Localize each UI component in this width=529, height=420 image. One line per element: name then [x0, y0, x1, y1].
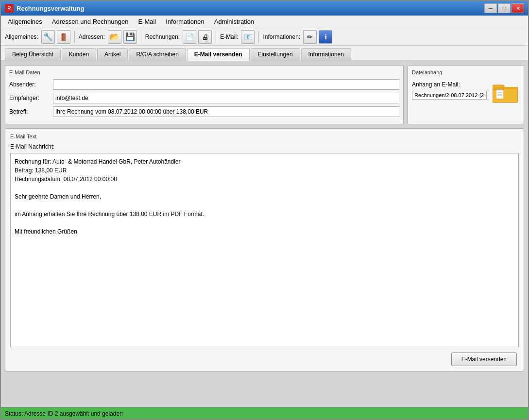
- toolbar-rechnungen-label: Rechnungen:: [145, 34, 180, 40]
- close-button[interactable]: ✕: [512, 3, 524, 13]
- minimize-button[interactable]: ─: [484, 3, 497, 13]
- tab-rga-schreiben[interactable]: R/G/A schreiben: [129, 48, 186, 60]
- tab-einstellungen[interactable]: Einstellungen: [251, 48, 300, 60]
- betreff-row: Betreff:: [9, 106, 399, 117]
- anhang-label: Anhang an E-Mail:: [412, 81, 460, 88]
- app-icon: R: [5, 4, 14, 13]
- absender-label: Absender:: [9, 81, 53, 88]
- betreff-input[interactable]: [53, 106, 399, 117]
- menu-administration[interactable]: Administration: [209, 17, 259, 27]
- tab-email-versenden[interactable]: E-Mail versenden: [187, 48, 250, 61]
- menu-allgemeines[interactable]: Allgemeines: [3, 17, 47, 27]
- toolbar-sep-3: [216, 31, 216, 43]
- main-content: E-Mail Daten Absender: Empfänger: Betref…: [1, 61, 528, 407]
- tab-kunden[interactable]: Kunden: [62, 48, 96, 60]
- toolbar-adressen-label: Adressen:: [79, 34, 105, 40]
- toolbar-info-button[interactable]: ℹ: [319, 30, 332, 44]
- statusbar-text: Status: Adresse ID 2 ausgewählt und gela…: [5, 410, 123, 417]
- menubar: Allgemeines Adressen und Rechnungen E-Ma…: [1, 16, 528, 28]
- tab-beleg-uebersicht[interactable]: Beleg Übersicht: [5, 48, 61, 60]
- maximize-button[interactable]: □: [498, 3, 511, 13]
- toolbar-email-button[interactable]: 📧: [241, 30, 255, 44]
- empfaenger-row: Empfänger:: [9, 93, 399, 103]
- svg-rect-2: [493, 87, 518, 89]
- dateianhang-title: Dateianhang: [412, 69, 520, 75]
- toolbar-folder-open-button[interactable]: 📂: [108, 30, 121, 44]
- empfaenger-label: Empfänger:: [9, 95, 53, 101]
- send-email-button[interactable]: E-Mail versenden: [451, 353, 517, 366]
- toolbar-exit-button[interactable]: 🚪: [57, 30, 70, 44]
- email-text-title: E-Mail Text: [10, 134, 519, 139]
- absender-input[interactable]: [53, 79, 399, 90]
- send-button-row: E-Mail versenden: [10, 353, 519, 366]
- toolbar-print-button[interactable]: 🖨: [198, 30, 212, 44]
- folder-icon[interactable]: [493, 81, 518, 103]
- statusbar: Status: Adresse ID 2 ausgewählt und gela…: [1, 407, 528, 419]
- window-controls: ─ □ ✕: [484, 3, 524, 13]
- anhang-input[interactable]: [412, 91, 487, 100]
- toolbar-email-label: E-Mail:: [220, 34, 238, 40]
- toolbar-save-button[interactable]: 💾: [123, 30, 137, 44]
- email-daten-panel: E-Mail Daten Absender: Empfänger: Betref…: [5, 65, 404, 124]
- toolbar-sep-4: [258, 31, 259, 43]
- window-title: Rechnungsverwaltung: [17, 5, 84, 12]
- tab-informationen[interactable]: Informationen: [301, 48, 351, 60]
- toolbar-allgemeines-label: Allgemeines:: [5, 34, 38, 40]
- toolbar-pencil-button[interactable]: ✏: [303, 30, 317, 44]
- toolbar: Allgemeines: 🔧 🚪 Adressen: 📂 💾 Rechnunge…: [1, 28, 528, 46]
- menu-informationen[interactable]: Informationen: [161, 17, 209, 27]
- toolbar-sep-2: [141, 31, 141, 43]
- menu-adressen-rechnungen[interactable]: Adressen und Rechnungen: [47, 17, 134, 27]
- betreff-label: Betreff:: [9, 108, 53, 115]
- toolbar-new-button[interactable]: 📄: [183, 30, 196, 44]
- dateianhang-panel: Dateianhang Anhang an E-Mail:: [408, 65, 524, 124]
- svg-rect-4: [496, 90, 503, 91]
- email-text-panel: E-Mail Text E-Mail Nachricht: Rechnung f…: [5, 128, 524, 371]
- empfaenger-input[interactable]: [53, 93, 399, 103]
- titlebar: R Rechnungsverwaltung ─ □ ✕: [1, 1, 528, 16]
- tabs-bar: Beleg Übersicht Kunden Artikel R/G/A sch…: [1, 46, 528, 61]
- email-body-textarea[interactable]: Rechnung für: Auto- & Motorrad Handel Gb…: [10, 153, 519, 347]
- toolbar-sep-1: [74, 31, 75, 43]
- menu-email[interactable]: E-Mail: [133, 17, 161, 27]
- absender-row: Absender:: [9, 79, 399, 90]
- tab-artikel[interactable]: Artikel: [97, 48, 128, 60]
- toolbar-wrench-button[interactable]: 🔧: [41, 30, 55, 44]
- email-daten-title: E-Mail Daten: [9, 69, 399, 75]
- toolbar-informationen-label: Informationen:: [263, 34, 300, 40]
- email-nachricht-label: E-Mail Nachricht:: [10, 143, 519, 150]
